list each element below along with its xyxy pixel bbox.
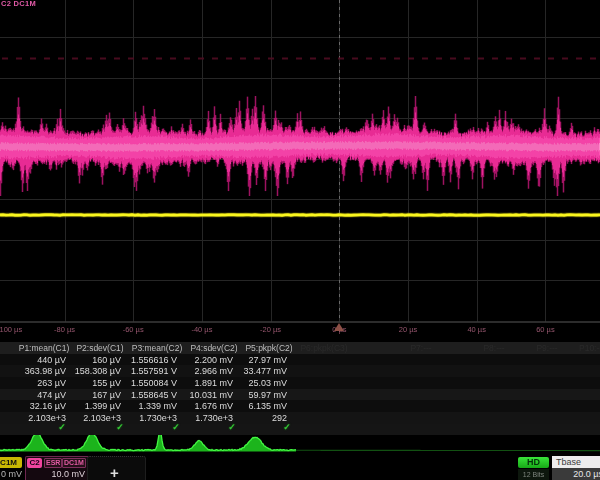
measure-header[interactable]: P1:mean(C1)	[12, 343, 76, 353]
c2-channel-tag: C2	[27, 458, 42, 468]
measure-value: 155 µV	[61, 378, 121, 388]
status-check-icon: ✓	[277, 422, 297, 432]
timebase-label: Tbase	[552, 456, 600, 468]
measure-value: 363.98 µV	[6, 366, 66, 376]
active-trace-label: C2 DC1M	[1, 0, 36, 8]
measure-value: 25.03 mV	[227, 378, 287, 388]
measure-value: 1.558645 V	[117, 390, 177, 400]
measure-value: 1.399 µV	[61, 401, 121, 411]
c1-coupling-tag: DC1M	[0, 457, 22, 468]
measure-value: 1.339 mV	[117, 401, 177, 411]
time-tick-label: -80 µs	[54, 325, 75, 334]
measure-header-inactive[interactable]: P6:pkpk(C3)	[292, 343, 356, 353]
measure-value: 2.966 mV	[173, 366, 233, 376]
hd-label: HD	[518, 457, 549, 468]
status-check-icon: ✓	[110, 422, 130, 432]
c2-scale-value: 10.0 mV	[51, 469, 85, 479]
measure-header-inactive[interactable]: P7:---	[389, 343, 453, 353]
measure-table-row: 32.16 µV1.399 µV1.339 mV1.676 mV6.135 mV	[0, 400, 600, 412]
measure-value: 1.556616 V	[117, 355, 177, 365]
measure-header-inactive[interactable]: P10:---	[560, 343, 600, 353]
hd-mode-badge[interactable]: HD 12 Bits	[518, 456, 549, 480]
c2-coupling-chip: DC1M	[62, 458, 86, 468]
time-tick-label: -40 µs	[191, 325, 212, 334]
measure-value: 2.200 mV	[173, 355, 233, 365]
measure-table-row: 263 µV155 µV1.550084 V1.891 mV25.03 mV	[0, 377, 600, 389]
measure-table-row: 363.98 µV158.308 µV1.557591 V2.966 mV33.…	[0, 365, 600, 377]
status-check-icon: ✓	[222, 422, 242, 432]
time-tick-label: -60 µs	[123, 325, 144, 334]
hd-bits-label: 12 Bits	[518, 469, 549, 480]
time-tick-label: -20 µs	[260, 325, 281, 334]
measure-value: 27.97 mV	[227, 355, 287, 365]
c1-scale-value: 0 mV	[1, 469, 22, 479]
status-check-icon: ✓	[166, 422, 186, 432]
time-tick-label: 20 µs	[399, 325, 418, 334]
time-tick-label: -100 µs	[0, 325, 22, 334]
measure-value: 32.16 µV	[6, 401, 66, 411]
measure-value: 440 µV	[6, 355, 66, 365]
c2-descriptor-box[interactable]: C2 ESR DC1M 10.0 mV	[25, 456, 90, 480]
measure-value: 158.308 µV	[61, 366, 121, 376]
measure-header[interactable]: P2:sdev(C1)	[68, 343, 132, 353]
measure-value: 1.557591 V	[117, 366, 177, 376]
measure-value: 263 µV	[6, 378, 66, 388]
measure-header[interactable]: P3:mean(C2)	[125, 343, 189, 353]
measure-value: 33.477 mV	[227, 366, 287, 376]
timebase-value: 20.0 µs	[552, 468, 600, 480]
c1-descriptor-box[interactable]: DC1M 0 mV	[0, 456, 24, 480]
measure-value: 167 µV	[61, 390, 121, 400]
measure-value: 10.031 mV	[173, 390, 233, 400]
measure-value: 1.676 mV	[173, 401, 233, 411]
measure-value: 160 µV	[61, 355, 121, 365]
oscilloscope-screen: C2 DC1M -100 µs-80 µs-60 µs-40 µs-20 µs0…	[0, 0, 600, 480]
measure-value: 1.891 mV	[173, 378, 233, 388]
measure-status-row: ✓✓✓✓✓	[0, 424, 600, 436]
time-tick-label: 60 µs	[536, 325, 555, 334]
time-tick-label: 40 µs	[467, 325, 486, 334]
c2-esr-chip: ESR	[44, 458, 62, 468]
measure-value: 474 µV	[6, 390, 66, 400]
timebase-descriptor-box[interactable]: Tbase 20.0 µs	[552, 456, 600, 480]
status-check-icon: ✓	[52, 422, 72, 432]
measure-table-row: 440 µV160 µV1.556616 V2.200 mV27.97 mV	[0, 354, 600, 366]
measure-table-row: 2.103e+32.103e+31.730e+31.730e+3292	[0, 412, 600, 424]
measure-table-row: 474 µV167 µV1.558645 V10.031 mV59.97 mV	[0, 389, 600, 401]
plus-icon: +	[108, 466, 121, 479]
measure-value: 59.97 mV	[227, 390, 287, 400]
measure-value: 6.135 mV	[227, 401, 287, 411]
measure-value: 1.550084 V	[117, 378, 177, 388]
measure-table-header-row: P1:mean(C1)P2:sdev(C1)P3:mean(C2)P4:sdev…	[0, 342, 600, 354]
add-trace-button[interactable]: +	[87, 456, 146, 480]
trigger-position-icon[interactable]	[334, 323, 344, 331]
